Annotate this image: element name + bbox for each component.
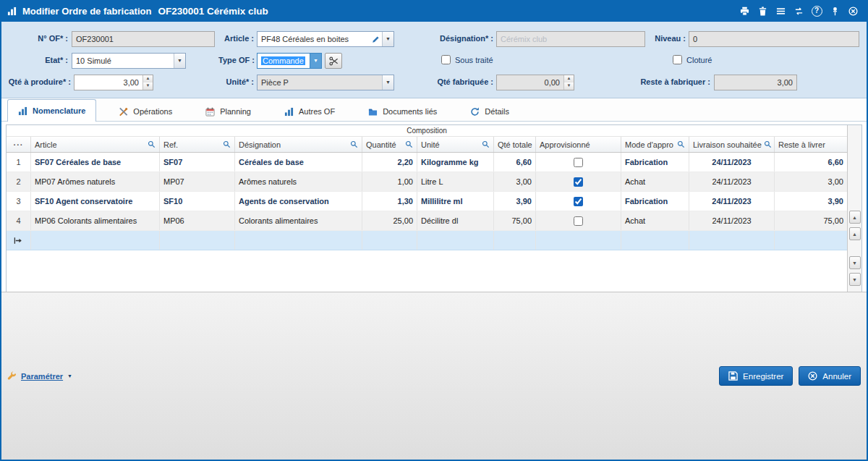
col-header-mode-appro[interactable]: Mode d'appro	[621, 137, 689, 152]
move-row-first-button[interactable]: ▲	[849, 211, 861, 224]
filter-icon[interactable]	[403, 140, 413, 148]
trash-icon[interactable]	[754, 4, 770, 18]
chevron-down-icon[interactable]: ▼	[67, 373, 72, 378]
wrench-icon	[7, 371, 17, 381]
cell-approvisionne	[536, 192, 621, 211]
qte-produire-field[interactable]	[75, 75, 142, 90]
etat-combo[interactable]: 10 Simulé ▼	[72, 53, 186, 69]
row-number: 4	[7, 211, 31, 230]
stepper-up-icon[interactable]: ▲	[564, 75, 574, 83]
tab-planning[interactable]: Planning	[195, 101, 262, 121]
tab-operations[interactable]: Opérations	[108, 101, 183, 121]
cell-ref: MP06	[160, 211, 235, 230]
close-icon[interactable]	[845, 4, 861, 18]
sous-traite-checkbox[interactable]	[441, 55, 451, 64]
col-header-quantite[interactable]: Quantité	[362, 137, 417, 152]
col-header-qte-totale[interactable]: Qté totale	[494, 137, 536, 152]
approvisionne-checkbox[interactable]	[574, 216, 583, 226]
reste-fabriquer-field[interactable]	[714, 75, 797, 90]
stepper-down-icon[interactable]: ▼	[564, 83, 574, 90]
cell-unite: Décilitre dl	[417, 211, 494, 230]
filter-icon[interactable]	[145, 140, 156, 148]
order-header-form: N° OF* : Article : PF48 Céréales en boit…	[1, 22, 867, 98]
designation-field[interactable]	[496, 31, 645, 47]
filter-icon[interactable]	[480, 140, 490, 148]
qte-fabriquee-field[interactable]	[497, 75, 563, 90]
col-header-livraison[interactable]: Livraison souhaitée	[689, 137, 775, 152]
move-row-last-button[interactable]: ▼	[849, 273, 861, 286]
row-nav-strip: ▲ ▲ ▼ ▼	[847, 125, 861, 292]
print-icon[interactable]	[736, 4, 752, 18]
approvisionne-checkbox[interactable]	[574, 158, 583, 167]
filter-icon[interactable]	[348, 140, 358, 148]
num-of-field[interactable]	[72, 31, 215, 47]
approvisionne-checkbox[interactable]	[574, 197, 583, 206]
type-of-dropdown-arrow[interactable]: ▼	[310, 54, 321, 68]
cloture-checkbox[interactable]	[673, 55, 682, 64]
enregistrer-button[interactable]: Enregistrer	[719, 366, 793, 386]
edit-pencil-icon[interactable]	[372, 35, 380, 43]
qte-produire-label: Qté à produire* :	[3, 77, 71, 86]
parametrer-link[interactable]: Paramétrer	[21, 372, 63, 381]
article-combo[interactable]: PF48 Céréales en boites ▼	[257, 31, 394, 47]
col-header-designation[interactable]: Désignation	[235, 137, 362, 152]
cut-type-of-button[interactable]	[325, 53, 342, 69]
etat-dropdown-arrow[interactable]: ▼	[174, 54, 185, 68]
col-header-unite[interactable]: Unité	[417, 137, 494, 152]
col-header-article[interactable]: Article	[31, 137, 160, 152]
move-row-down-button[interactable]: ▼	[849, 256, 861, 269]
table-row[interactable]: 1 SF07 Céréales de base SF07 Céréales de…	[7, 153, 847, 172]
stepper-down-icon[interactable]: ▼	[143, 83, 153, 90]
cell-quantite: 1,00	[362, 172, 417, 191]
filter-icon[interactable]	[762, 140, 772, 148]
move-row-up-button[interactable]: ▲	[849, 227, 861, 240]
etat-label: Etat* :	[9, 56, 68, 64]
qte-fabriquee-spinner: ▲▼	[496, 75, 574, 90]
tab-autres-of[interactable]: Autres OF	[273, 101, 346, 121]
cell-mode-appro: Fabrication	[621, 192, 689, 211]
stepper-up-icon[interactable]: ▲	[143, 75, 153, 83]
composition-grid: Composition ··· Article Ref. Désignation…	[6, 124, 862, 292]
table-row[interactable]: 2 MP07 Arômes naturels MP07 Arômes natur…	[7, 172, 847, 192]
tab-nomenclature[interactable]: Nomenclature	[7, 99, 96, 122]
cell-livraison: 24/11/2023	[689, 192, 775, 211]
menu-icon[interactable]	[773, 4, 788, 18]
cloture-label: Cloturé	[686, 56, 712, 64]
cell-designation: Céréales de base	[235, 153, 362, 172]
window-subtitle: OF230001 Cérémix club	[158, 6, 268, 17]
filter-icon[interactable]	[675, 140, 685, 148]
cell-article: MP06 Colorants alimentaires	[31, 211, 160, 230]
annuler-button[interactable]: Annuler	[799, 366, 861, 386]
qte-fabriquee-stepper: ▲▼	[563, 75, 574, 90]
col-header-approvisionne[interactable]: Approvisionné	[536, 137, 621, 152]
pin-icon[interactable]	[827, 4, 843, 18]
cell-ref: SF07	[160, 153, 235, 172]
unite-label: Unité* :	[218, 77, 254, 86]
tab-details[interactable]: Détails	[459, 101, 520, 121]
cell-quantite: 2,20	[362, 153, 417, 172]
table-row[interactable]: 4 MP06 Colorants alimentaires MP06 Color…	[7, 211, 847, 231]
col-header-ref[interactable]: Ref.	[160, 137, 235, 152]
table-header-row: ··· Article Ref. Désignation Quantité Un…	[7, 137, 847, 153]
cell-unite: Litre L	[417, 172, 494, 191]
filter-icon[interactable]	[221, 140, 231, 148]
col-header-reste-a-livrer[interactable]: Reste à livrer	[775, 137, 847, 152]
qte-produire-spinner: ▲▼	[74, 75, 153, 90]
type-of-combo[interactable]: Commande ▼	[257, 53, 322, 69]
approvisionne-checkbox[interactable]	[574, 177, 583, 187]
article-dropdown-arrow[interactable]: ▼	[382, 32, 393, 46]
unite-combo[interactable]: Pièce P ▼	[257, 75, 394, 90]
row-selector-header[interactable]: ···	[7, 137, 31, 152]
niveau-field[interactable]	[689, 31, 859, 47]
cell-designation: Arômes naturels	[235, 172, 362, 191]
article-value: PF48 Céréales en boites	[258, 32, 372, 46]
table-row[interactable]: 3 SF10 Agent conservatoire SF10 Agents d…	[7, 192, 847, 211]
new-row[interactable]	[7, 231, 847, 250]
sync-icon[interactable]	[791, 4, 807, 18]
tab-documents-lies[interactable]: Documents liés	[357, 101, 448, 121]
unite-dropdown-arrow[interactable]: ▼	[382, 75, 393, 90]
cell-designation: Agents de conservation	[235, 192, 362, 211]
dots-icon: ···	[14, 140, 24, 149]
help-icon[interactable]: ?	[809, 4, 825, 18]
cell-qte-totale: 3,90	[494, 192, 536, 211]
